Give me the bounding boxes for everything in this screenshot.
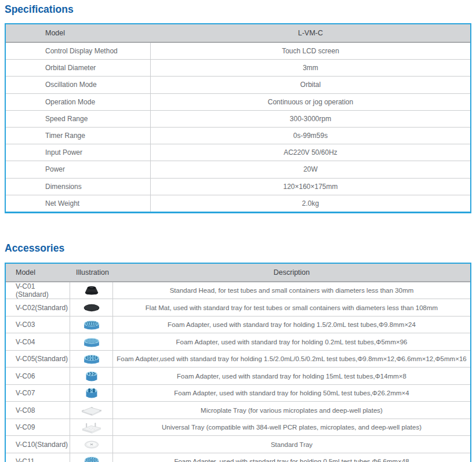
spec-row-label: Oscillation Mode — [6, 77, 151, 93]
spec-row-label: Power — [6, 161, 151, 177]
spec-table-row: Speed Range 300-3000rpm — [6, 111, 470, 128]
spec-row-label: Timer Range — [6, 128, 151, 144]
accessory-row: V-C01 (Standard) Standard Head, for test… — [6, 282, 470, 300]
spec-table-row: Power 20W — [6, 161, 470, 178]
spec-row-label: Control Display Method — [6, 43, 151, 59]
flat-mat-icon — [70, 299, 113, 316]
accessory-model: V-C04 — [6, 333, 70, 350]
accessory-description: Foam Adapter, used with standard tray fo… — [113, 317, 470, 333]
accessory-row: V-C08 Microplate Tray (for various micro… — [6, 402, 470, 419]
spec-table-row: Timer Range 0s-99m59s — [6, 128, 470, 144]
accessory-model: V-C07 — [6, 385, 70, 402]
accessory-model: V-C03 — [6, 317, 70, 333]
spec-row-label: Orbital Diameter — [6, 60, 151, 76]
accessory-model: V-C06 — [6, 368, 70, 384]
spec-table-row: Orbital Diameter 3mm — [6, 60, 470, 77]
foam-adapter-50ml-icon — [70, 385, 113, 402]
standard-tray-icon — [70, 436, 113, 453]
spec-row-value: Continuous or jog operation — [151, 94, 470, 110]
spec-row-value: 2.0kg — [151, 195, 470, 212]
accessory-description: Foam Adapter, used with standard tray fo… — [113, 453, 470, 462]
spec-row-value: 300-3000rpm — [151, 111, 470, 127]
accessory-row: V-C09 Universal Tray (compatible with 38… — [6, 419, 470, 436]
accessory-model: V-C08 — [6, 402, 70, 419]
spec-row-value: 0s-99m59s — [151, 128, 470, 144]
specifications-table: Model L-VM-C Control Display Method Touc… — [5, 23, 471, 213]
spec-row-label: Input Power — [6, 144, 151, 161]
accessory-description: Foam Adapter, used with standard tray fo… — [113, 368, 470, 384]
spec-table-header: Model L-VM-C — [6, 24, 470, 43]
spec-table-row: Net Weight 2.0kg — [6, 195, 470, 212]
accessory-model: V-C05(Standard) — [6, 351, 70, 368]
specifications-title: Specifications — [5, 3, 476, 16]
foam-adapter-96-icon — [70, 333, 113, 350]
spec-table-row: Dimensions 120×160×175mm — [6, 179, 470, 195]
accessory-row: V-C05(Standard) Foam Adapter,used with s… — [6, 351, 470, 368]
universal-tray-icon — [70, 419, 113, 436]
accessory-model: V-C01 (Standard) — [6, 282, 70, 299]
page: Specifications Model L-VM-C Control Disp… — [0, 3, 476, 462]
spec-table-row: Control Display Method Touch LCD screen — [6, 43, 470, 60]
accessory-row: V-C02(Standard) Flat Mat, used with stan… — [6, 299, 470, 317]
accessory-row: V-C04 Foam Adapter, used with standard t… — [6, 333, 470, 351]
accessory-description: Standard Tray — [113, 436, 470, 453]
spec-row-label: Speed Range — [6, 111, 151, 127]
spec-table-row: Operation Mode Continuous or jog operati… — [6, 94, 470, 111]
accessory-description: Standard Head, for test tubes and small … — [113, 282, 470, 299]
accessory-description: Microplate Tray (for various microplates… — [113, 402, 470, 419]
spec-row-value: 120×160×175mm — [151, 179, 470, 195]
spec-table-body: Control Display Method Touch LCD screen … — [6, 43, 470, 212]
acc-header-description: Description — [113, 268, 470, 277]
spec-row-value: Touch LCD screen — [151, 43, 470, 59]
accessory-row: V-C10(Standard) Standard Tray — [6, 436, 470, 453]
accessories-title: Accessories — [5, 242, 476, 254]
accessory-row: V-C03 Foam Adapter, used with standard t… — [6, 317, 470, 334]
spec-row-value: AC220V 50/60Hz — [151, 144, 470, 161]
foam-adapter-24-icon — [70, 317, 113, 333]
accessory-description: Foam Adapter,used with standard tray for… — [113, 351, 470, 368]
acc-header-illustration: Illustration — [70, 268, 113, 277]
accessory-description: Foam Adapter, used with standard tray fo… — [113, 385, 470, 402]
microplate-tray-icon — [70, 402, 113, 419]
foam-adapter-15ml-icon — [70, 368, 113, 384]
accessory-description: Universal Tray (compatible with 384-well… — [113, 419, 470, 436]
standard-head-icon — [70, 282, 113, 299]
spec-row-label: Dimensions — [6, 179, 151, 195]
spec-header-model-label: Model — [6, 29, 151, 37]
accessory-row: V-C11 Foam Adapter, used with standard t… — [6, 453, 470, 462]
accessories-table-body: V-C01 (Standard) Standard Head, for test… — [6, 282, 470, 462]
foam-adapter-48-icon — [70, 453, 113, 462]
foam-adapter-mixed-icon — [70, 351, 113, 368]
accessory-row: V-C06 Foam Adapter, used with standard t… — [6, 368, 470, 385]
accessory-description: Flat Mat, used with standard tray for te… — [113, 299, 470, 316]
spec-row-value: 3mm — [151, 60, 470, 76]
accessory-row: V-C07 Foam Adapter, used with standard t… — [6, 385, 470, 402]
accessory-model: V-C09 — [6, 419, 70, 436]
spec-row-label: Net Weight — [6, 195, 151, 212]
accessories-table-header: Model Illustration Description — [6, 264, 470, 282]
spec-table-row: Oscillation Mode Orbital — [6, 77, 470, 93]
acc-header-model: Model — [6, 268, 70, 277]
spec-header-model-value: L-VM-C — [151, 29, 470, 37]
accessories-table: Model Illustration Description V-C01 (St… — [5, 263, 471, 462]
accessory-model: V-C02(Standard) — [6, 299, 70, 316]
spec-row-value: 20W — [151, 161, 470, 177]
accessory-model: V-C11 — [6, 453, 70, 462]
spec-row-label: Operation Mode — [6, 94, 151, 110]
accessory-model: V-C10(Standard) — [6, 436, 70, 453]
spec-table-row: Input Power AC220V 50/60Hz — [6, 144, 470, 161]
spec-row-value: Orbital — [151, 77, 470, 93]
accessory-description: Foam Adapter, used with standard tray fo… — [113, 333, 470, 350]
